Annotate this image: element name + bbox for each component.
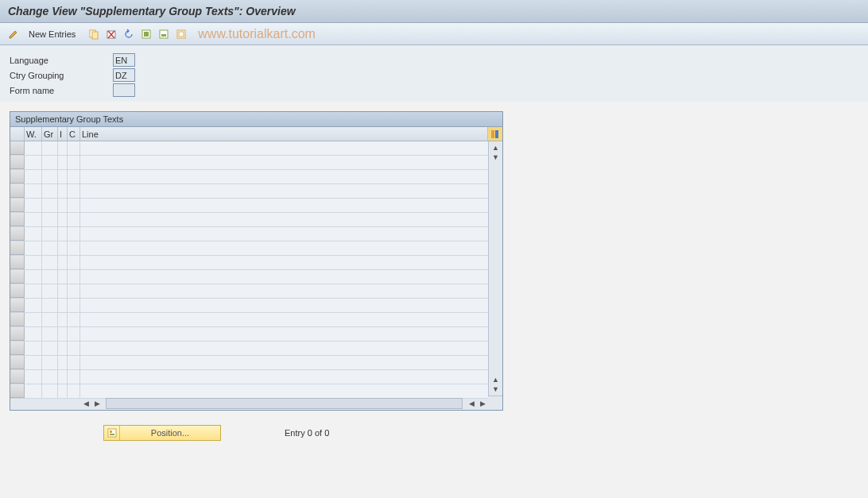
cell-line[interactable] bbox=[80, 270, 488, 284]
cell-line[interactable] bbox=[80, 156, 488, 169]
cell-gr[interactable] bbox=[42, 241, 58, 255]
copy-icon[interactable] bbox=[87, 27, 101, 41]
cell-gr[interactable] bbox=[42, 141, 58, 155]
cell-w[interactable] bbox=[25, 141, 42, 155]
row-selector[interactable] bbox=[10, 270, 25, 284]
scroll-down-icon[interactable]: ▼ bbox=[490, 152, 502, 162]
cell-w[interactable] bbox=[25, 299, 42, 312]
cell-line[interactable] bbox=[80, 284, 488, 298]
row-selector[interactable] bbox=[10, 227, 25, 241]
cell-gr[interactable] bbox=[42, 156, 58, 169]
scroll-left-icon[interactable]: ◀ bbox=[80, 399, 91, 408]
cell-i[interactable] bbox=[58, 170, 68, 183]
cell-line[interactable] bbox=[80, 170, 488, 183]
cell-line[interactable] bbox=[80, 327, 488, 341]
cell-c[interactable] bbox=[68, 199, 80, 212]
cell-gr[interactable] bbox=[42, 284, 58, 298]
row-selector[interactable] bbox=[10, 184, 25, 198]
horizontal-scrollbar[interactable]: ◀ ▶ ◀ ▶ bbox=[10, 396, 502, 410]
row-selector[interactable] bbox=[10, 141, 25, 155]
row-selector[interactable] bbox=[10, 170, 25, 183]
row-selector[interactable] bbox=[10, 241, 25, 255]
cell-i[interactable] bbox=[58, 256, 68, 269]
cell-i[interactable] bbox=[58, 370, 68, 384]
row-selector[interactable] bbox=[10, 356, 25, 369]
table-row[interactable] bbox=[10, 141, 488, 156]
cell-c[interactable] bbox=[68, 384, 80, 398]
row-selector[interactable] bbox=[10, 370, 25, 384]
cell-line[interactable] bbox=[80, 370, 488, 384]
cell-c[interactable] bbox=[68, 356, 80, 369]
cell-gr[interactable] bbox=[42, 370, 58, 384]
cell-i[interactable] bbox=[58, 141, 68, 155]
cell-w[interactable] bbox=[25, 370, 42, 384]
language-field[interactable] bbox=[113, 53, 135, 67]
cell-i[interactable] bbox=[58, 227, 68, 241]
delete-icon[interactable] bbox=[104, 27, 118, 41]
cell-line[interactable] bbox=[80, 299, 488, 312]
cell-line[interactable] bbox=[80, 313, 488, 326]
cell-gr[interactable] bbox=[42, 299, 58, 312]
row-selector[interactable] bbox=[10, 384, 25, 398]
cell-gr[interactable] bbox=[42, 170, 58, 183]
cell-gr[interactable] bbox=[42, 184, 58, 198]
cell-c[interactable] bbox=[68, 270, 80, 284]
cell-i[interactable] bbox=[58, 284, 68, 298]
cell-c[interactable] bbox=[68, 213, 80, 226]
cell-line[interactable] bbox=[80, 384, 488, 398]
cell-i[interactable] bbox=[58, 384, 68, 398]
cell-i[interactable] bbox=[58, 270, 68, 284]
table-row[interactable] bbox=[10, 213, 488, 227]
row-selector[interactable] bbox=[10, 299, 25, 312]
cell-line[interactable] bbox=[80, 141, 488, 155]
position-button[interactable]: Position... bbox=[103, 425, 221, 441]
table-row[interactable] bbox=[10, 156, 488, 170]
scroll-left2-icon[interactable]: ◀ bbox=[466, 399, 477, 408]
cell-line[interactable] bbox=[80, 227, 488, 241]
cell-c[interactable] bbox=[68, 370, 80, 384]
undo-icon[interactable] bbox=[122, 27, 136, 41]
select-block-icon[interactable] bbox=[157, 27, 171, 41]
cell-c[interactable] bbox=[68, 299, 80, 312]
table-row[interactable] bbox=[10, 313, 488, 327]
table-row[interactable] bbox=[10, 227, 488, 241]
cell-gr[interactable] bbox=[42, 313, 58, 326]
edit-icon[interactable] bbox=[6, 27, 21, 41]
cell-w[interactable] bbox=[25, 356, 42, 369]
row-selector[interactable] bbox=[10, 342, 25, 355]
cell-line[interactable] bbox=[80, 184, 488, 198]
cell-w[interactable] bbox=[25, 384, 42, 398]
cell-i[interactable] bbox=[58, 327, 68, 341]
ctry-grouping-field[interactable] bbox=[113, 68, 135, 82]
scroll-right-icon[interactable]: ▶ bbox=[91, 399, 103, 408]
cell-w[interactable] bbox=[25, 227, 42, 241]
column-i[interactable]: I bbox=[58, 127, 68, 141]
table-settings-icon[interactable] bbox=[488, 127, 502, 141]
row-selector[interactable] bbox=[10, 313, 25, 326]
cell-i[interactable] bbox=[58, 241, 68, 255]
table-row[interactable] bbox=[10, 199, 488, 213]
new-entries-button[interactable]: New Entries bbox=[24, 28, 80, 41]
scroll-right2-icon[interactable]: ▶ bbox=[477, 399, 488, 408]
cell-w[interactable] bbox=[25, 184, 42, 198]
select-all-icon[interactable] bbox=[139, 27, 153, 41]
table-row[interactable] bbox=[10, 241, 488, 256]
cell-c[interactable] bbox=[68, 256, 80, 269]
row-selector[interactable] bbox=[10, 327, 25, 341]
column-line[interactable]: Line bbox=[80, 127, 488, 141]
table-row[interactable] bbox=[10, 184, 488, 199]
cell-i[interactable] bbox=[58, 313, 68, 326]
cell-line[interactable] bbox=[80, 356, 488, 369]
cell-c[interactable] bbox=[68, 327, 80, 341]
cell-gr[interactable] bbox=[42, 270, 58, 284]
deselect-all-icon[interactable] bbox=[174, 27, 188, 41]
cell-i[interactable] bbox=[58, 356, 68, 369]
table-row[interactable] bbox=[10, 270, 488, 284]
scroll-down2-icon[interactable]: ▼ bbox=[490, 384, 502, 394]
hscroll-track[interactable] bbox=[106, 398, 463, 409]
cell-c[interactable] bbox=[68, 141, 80, 155]
cell-gr[interactable] bbox=[42, 227, 58, 241]
cell-i[interactable] bbox=[58, 184, 68, 198]
table-row[interactable] bbox=[10, 170, 488, 184]
cell-c[interactable] bbox=[68, 184, 80, 198]
